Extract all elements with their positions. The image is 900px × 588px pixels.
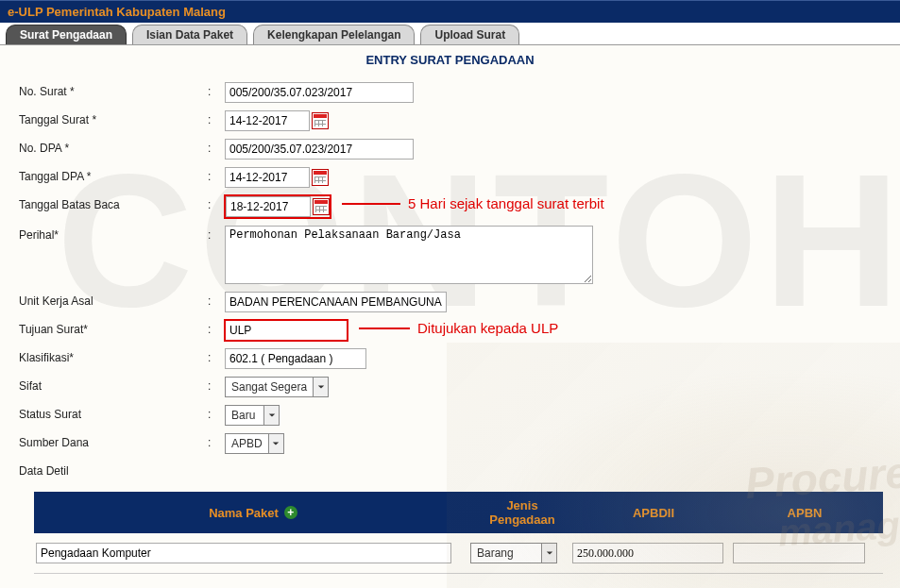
input-tujuan-surat[interactable] [225, 320, 348, 341]
label-status: Status Surat [19, 405, 208, 421]
tab-upload-surat[interactable]: Upload Surat [420, 25, 519, 44]
textarea-perihal[interactable]: Permohonan Pelaksanaan Barang/Jasa [225, 226, 593, 284]
label-sumber-dana: Sumber Dana [19, 433, 208, 449]
chevron-down-icon[interactable] [268, 434, 283, 453]
col-apbdii: APBDII [573, 502, 734, 524]
input-klasifikasi[interactable] [225, 348, 366, 369]
label-klasifikasi: Klasifikasi* [19, 348, 208, 364]
input-tgl-surat[interactable] [225, 110, 310, 131]
annotation-batas-baca: 5 Hari sejak tanggal surat terbit [342, 195, 604, 211]
label-tgl-batas-baca: Tanggal Batas Baca [19, 195, 208, 211]
add-row-button[interactable]: + [284, 506, 297, 519]
col-jenis-pengadaan: Jenis Pengadaan [471, 495, 573, 530]
label-sifat: Sifat [19, 377, 208, 393]
entry-form: No. Surat * : Tanggal Surat * : No. DPA … [0, 73, 900, 484]
app-title-bar: e-ULP Pemerintah Kabupaten Malang [0, 0, 900, 23]
label-data-detil: Data Detil [19, 462, 208, 478]
tab-bar: Surat Pengadaan Isian Data Paket Kelengk… [0, 23, 900, 45]
label-no-surat: No. Surat * [19, 82, 208, 98]
page-subtitle: ENTRY SURAT PENGADAAN [0, 45, 900, 73]
select-jenis-pengadaan[interactable]: Barang [470, 543, 557, 563]
tab-isian-data-paket[interactable]: Isian Data Paket [132, 25, 247, 44]
label-tgl-surat: Tanggal Surat * [19, 110, 208, 126]
calendar-icon[interactable] [312, 169, 329, 186]
input-no-dpa[interactable] [225, 139, 414, 160]
input-tgl-dpa[interactable] [225, 167, 310, 188]
chevron-down-icon[interactable] [313, 378, 328, 396]
calendar-icon[interactable] [313, 198, 330, 215]
input-nama-paket[interactable] [36, 543, 451, 563]
label-tgl-dpa: Tanggal DPA * [19, 167, 208, 183]
select-status[interactable]: Baru [225, 405, 280, 426]
tab-surat-pengadaan[interactable]: Surat Pengadaan [6, 25, 127, 44]
chevron-down-icon[interactable] [541, 544, 556, 563]
input-no-surat[interactable] [225, 82, 414, 103]
detail-table-header: Nama Paket + Jenis Pengadaan APBDII APBN [34, 492, 883, 533]
label-unit-kerja: Unit Kerja Asal [19, 292, 208, 308]
chevron-down-icon[interactable] [263, 406, 279, 425]
annotation-tujuan: Ditujukan kepada ULP [359, 320, 558, 336]
input-unit-kerja[interactable] [225, 292, 447, 312]
tab-kelengkapan-pelelangan[interactable]: Kelengkapan Pelelangan [253, 25, 415, 44]
label-perihal: Perihal* [19, 226, 208, 242]
input-apbdii[interactable] [572, 543, 723, 563]
input-apbn[interactable] [733, 543, 865, 563]
input-tgl-batas-baca[interactable] [226, 196, 311, 217]
select-sifat[interactable]: Sangat Segera [225, 377, 329, 397]
select-sumber-dana[interactable]: APBD [225, 433, 284, 454]
calendar-icon[interactable] [312, 112, 329, 129]
detail-table-row: Barang [34, 539, 883, 574]
col-apbn: APBN [734, 502, 875, 524]
col-nama-paket: Nama Paket [209, 506, 279, 520]
label-tujuan: Tujuan Surat* [19, 320, 208, 336]
app-title: e-ULP Pemerintah Kabupaten Malang [8, 5, 226, 19]
label-no-dpa: No. DPA * [19, 139, 208, 155]
